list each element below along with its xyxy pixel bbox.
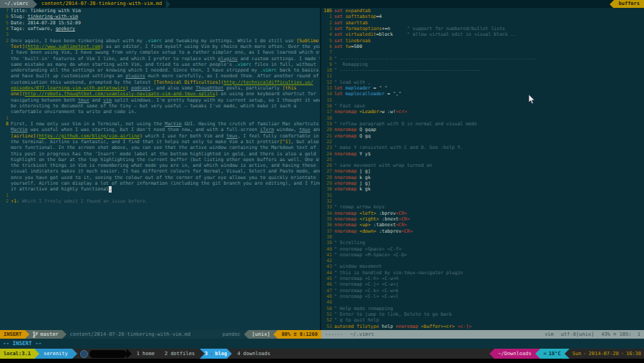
editor-line[interactable]: 10" ------------------------------------… xyxy=(321,67,644,73)
editor-line[interactable]: Text](http://www.sublimetext.com) as an … xyxy=(0,44,320,49)
editor-line[interactable]: 32 xyxy=(321,198,644,204)
editor-line[interactable]: 25 xyxy=(321,157,644,163)
editor-line[interactable]: 14let maplocalleader = "," xyxy=(321,91,644,97)
editor-line[interactable]: 29vnoremap j gj xyxy=(321,180,644,186)
buffer-tab-active-post[interactable]: content/2014-07-28-tinkering-with-vim.md xyxy=(37,0,167,8)
editor-line[interactable]: 22 xyxy=(321,139,644,145)
code-segment: :tabprev xyxy=(376,228,401,234)
editor-line[interactable]: 4Tags: software, geekery xyxy=(0,26,320,32)
editor-line[interactable]: 1 xyxy=(0,193,320,198)
editor-line[interactable]: yourself. Airline can display a lot of o… xyxy=(0,180,320,186)
editor-line[interactable]: one](http://robots.thoughtbot.com/seamle… xyxy=(0,91,320,97)
editor-line[interactable]: 5Date: 2014-07-28 15:52:09 xyxy=(0,20,320,26)
editor-line[interactable]: 45" nnoremap <C-h> <C-w>h xyxy=(321,276,644,281)
markdown-editor-pane[interactable]: 7Title: Tinkering with Vim6Slug: tinkeri… xyxy=(0,8,320,330)
editor-line[interactable]: 37nnoremap <down> :tabprev<CR> xyxy=(321,228,644,234)
editor-line[interactable]: episodes/077-learning-vim-with-potatowir… xyxy=(0,85,320,91)
editor-line[interactable]: it attractive and highly functional. xyxy=(0,186,320,192)
vim-command-line[interactable]: -- INSERT -- xyxy=(0,339,644,349)
editor-line[interactable]: 53autocmd filetype help nnoremap <buffer… xyxy=(321,324,644,329)
editor-line[interactable]: 35nnoremap <right> :bnext<CR> xyxy=(321,216,644,222)
editor-line[interactable]: the trickiest things in Vim is rememberi… xyxy=(0,163,320,168)
editor-line[interactable]: understanding all the settings or knowin… xyxy=(0,67,320,73)
code-segment: Date: 2014-07-28 15:52:09 xyxy=(11,20,81,26)
editor-line[interactable]: comfortable environment to write and cod… xyxy=(0,109,320,115)
editor-line[interactable]: 2Once again, I have been tinkering about… xyxy=(0,38,320,44)
tmux-window-home[interactable]: 1 home xyxy=(132,349,160,359)
editor-line[interactable]: 16" Fast save xyxy=(321,103,644,109)
code-segment: nnoremap xyxy=(334,222,359,228)
editor-line[interactable]: 23" make Y consistent with C and D. See … xyxy=(321,145,644,150)
editor-line[interactable]: visual indicators makes it much easier. … xyxy=(0,168,320,174)
editor-line[interactable]: 8" -------------------------------------… xyxy=(321,56,644,62)
editor-line[interactable]: 2set smarttab xyxy=(321,20,644,26)
editor-line[interactable]: 47" nnoremap <C-k> <C-w>k xyxy=(321,288,644,294)
editor-line[interactable]: 13let mapleader = " " xyxy=(321,85,644,91)
editor-line[interactable]: 6set tw=500 xyxy=(321,44,644,49)
editor-line[interactable]: 26" sane movement with wrap turned on xyxy=(321,163,644,168)
tmux-window-dotfiles[interactable]: 2 dotfiles xyxy=(160,349,200,359)
editor-line[interactable]: 2↑1: Which I freely admit I found an iss… xyxy=(0,198,320,204)
editor-line[interactable]: 7Title: Tinkering with Vim xyxy=(0,8,320,14)
editor-line[interactable]: 39" Scrolling xyxy=(321,240,644,246)
editor-line[interactable]: 41" nnoremap <M-Space> <C-b> xyxy=(321,252,644,258)
code-segment: vnoremap xyxy=(334,186,359,192)
editor-line[interactable]: 6Slug: tinkering-with-vim xyxy=(0,14,320,19)
editor-line[interactable]: 17nnoremap <Leader>w :w!<cr> xyxy=(321,109,644,115)
editor-line[interactable]: 1set softtabstop=4 xyxy=(321,14,644,19)
editor-line[interactable]: 34nnoremap <left> :bprev<CR> xyxy=(321,210,644,216)
editor-line[interactable]: MacVim was useful when I was starting, b… xyxy=(0,127,320,132)
editor-line[interactable]: 43" window movement xyxy=(321,263,644,269)
editor-line[interactable]: this post in progress has the 'Insert' m… xyxy=(0,151,320,157)
editor-line[interactable]: 4set virtualedit=block " allow virtual e… xyxy=(321,32,644,37)
editor-line[interactable]: 49 xyxy=(321,299,644,305)
editor-line[interactable]: 20nnoremap Q gqap xyxy=(321,127,644,132)
editor-line[interactable]: 21vnoremap Q gq xyxy=(321,133,644,139)
editor-line[interactable]: 42 xyxy=(321,258,644,263)
editor-line[interactable]: 18 xyxy=(321,115,644,121)
editor-line[interactable]: highlight on the bar at the top highligh… xyxy=(0,157,320,163)
editor-line[interactable]: 38 xyxy=(321,234,644,240)
editor-line[interactable]: 50" Help mode remapping xyxy=(321,306,644,311)
editor-line[interactable]: same mistake as many do when starting wi… xyxy=(0,62,320,67)
editor-line[interactable]: 51" Enter to jump to link, Delete to go … xyxy=(321,311,644,317)
editor-line[interactable]: customisation this weekend, prompted by … xyxy=(0,79,320,85)
editor-line[interactable]: 105set expandtab xyxy=(321,8,644,14)
editor-line[interactable]: 44" this is handled by vim-tmux-navigato… xyxy=(321,270,644,276)
vimrc-editor-pane[interactable]: 105set expandtab1set softtabstop=42set s… xyxy=(320,8,644,330)
editor-line[interactable]: 40" nnoremap <Space> <C-f> xyxy=(321,246,644,252)
editor-line[interactable]: [airline](https://github.com/bling/vim-a… xyxy=(0,133,320,139)
editor-line[interactable]: 19" reflow paragraph with Q in normal an… xyxy=(321,121,644,127)
editor-line[interactable]: 52" q to quit help xyxy=(321,317,644,323)
editor-line[interactable]: once you have got used to it, seeing the… xyxy=(0,175,320,180)
tmux-window-downloads[interactable]: 4 downloads xyxy=(232,349,275,359)
editor-line[interactable]: 28nnoremap k gk xyxy=(321,175,644,180)
editor-line[interactable]: 3set formatoptions+=n " support for numb… xyxy=(321,26,644,32)
editor-line[interactable]: 15 xyxy=(321,97,644,103)
editor-line[interactable]: 48" nnoremap <C-l> <C-w>l xyxy=(321,294,644,299)
buffer-tab-vimrc[interactable]: ~/.vimrc xyxy=(0,0,33,8)
editor-line[interactable]: 33" remap arrow keys xyxy=(321,204,644,210)
editor-line[interactable]: 24nnoremap Y y$ xyxy=(321,151,644,157)
tmux-window-blog-active[interactable]: 3 › blog xyxy=(205,349,227,359)
editor-line[interactable]: 31 xyxy=(321,193,644,198)
editor-line[interactable]: 1 xyxy=(0,115,320,121)
editor-line[interactable]: navigating between both tmux and vim spl… xyxy=(0,97,320,103)
editor-line[interactable]: 46" nnoremap <C-j> <C-w>j xyxy=(321,281,644,287)
editor-line[interactable]: 7 xyxy=(321,49,644,55)
editor-line[interactable]: 5set linebreak xyxy=(321,38,644,44)
editor-line[interactable]: 12" lead with , xyxy=(321,79,644,85)
editor-line[interactable]: 27nnoremap j gj xyxy=(321,168,644,174)
editor-line[interactable]: 3 xyxy=(0,32,320,37)
editor-line[interactable]: I have been using Vim, I have swung from… xyxy=(0,49,320,55)
editor-line[interactable]: the 'built-in' features of Vim I like, a… xyxy=(0,56,320,62)
editor-line[interactable]: the terminal. Airline is fantastic, and … xyxy=(0,139,320,145)
editor-line[interactable]: 8First, I now only use Vim in a Terminal… xyxy=(0,121,320,127)
editor-line[interactable]: 36nnoremap <up> :tabnext<CR> xyxy=(321,222,644,228)
editor-line[interactable]: 11 xyxy=(321,73,644,79)
editor-line[interactable]: 9" Remapping xyxy=(321,62,644,67)
editor-line[interactable]: and have built up customised settings an… xyxy=(0,73,320,79)
editor-line[interactable]: 30vnoremap k gk xyxy=(321,186,644,192)
editor-line[interactable]: more functional. In the screen shot abov… xyxy=(0,145,320,150)
editor-line[interactable]: be interesting to document some of the t… xyxy=(0,103,320,109)
